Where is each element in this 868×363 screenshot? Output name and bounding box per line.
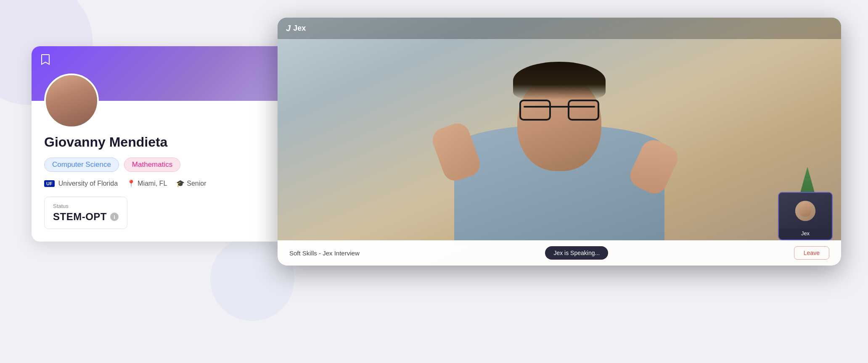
year-text: Senior xyxy=(187,180,206,187)
pip-inner xyxy=(779,193,832,229)
jex-logo-icon: J xyxy=(286,24,291,33)
location-info: 📍 Miami, FL xyxy=(127,179,167,187)
video-panel: J Jex Jex Soft Skills - Jex Interview Je… xyxy=(278,18,841,266)
card-header xyxy=(32,46,301,101)
profile-card: Giovanny Mendieta Computer Science Mathe… xyxy=(32,46,301,242)
university-info: UF University of Florida xyxy=(44,180,118,187)
pip-video: Jex xyxy=(778,192,833,240)
video-background xyxy=(278,18,841,266)
jex-app-name: Jex xyxy=(293,24,306,33)
video-footer: Soft Skills - Jex Interview Jex is Speak… xyxy=(278,240,841,266)
glasses-right xyxy=(568,100,599,121)
status-box: Status STEM-OPT i xyxy=(44,197,127,229)
person-hair xyxy=(513,62,606,100)
meta-row: UF University of Florida 📍 Miami, FL 🎓 S… xyxy=(44,179,288,187)
pip-avatar xyxy=(795,201,815,221)
jex-logo: J Jex xyxy=(286,24,306,33)
location-text: Miami, FL xyxy=(138,180,167,187)
leave-button[interactable]: Leave xyxy=(794,246,829,260)
session-title: Soft Skills - Jex Interview xyxy=(289,250,360,257)
person-name: Giovanny Mendieta xyxy=(44,134,288,150)
status-value: STEM-OPT xyxy=(53,211,107,223)
glasses-left xyxy=(519,100,551,121)
info-icon[interactable]: i xyxy=(110,213,119,221)
status-value-row: STEM-OPT i xyxy=(53,211,119,223)
avatar-wrapper xyxy=(44,74,99,128)
tag-mathematics: Mathematics xyxy=(124,158,180,172)
graduation-icon: 🎓 xyxy=(176,179,185,187)
speaking-badge: Jex is Speaking... xyxy=(545,246,608,260)
pip-name: Jex xyxy=(799,229,811,238)
university-name: University of Florida xyxy=(58,180,118,187)
status-label: Status xyxy=(53,203,119,209)
tag-computer-science: Computer Science xyxy=(44,158,119,172)
person-head xyxy=(517,74,601,171)
bookmark-icon[interactable] xyxy=(41,54,50,68)
tags-row: Computer Science Mathematics xyxy=(44,158,288,172)
year-info: 🎓 Senior xyxy=(176,179,206,187)
person-silhouette xyxy=(412,62,707,242)
uf-logo: UF xyxy=(44,180,55,187)
avatar xyxy=(44,74,99,128)
location-icon: 📍 xyxy=(127,179,135,187)
video-header: J Jex xyxy=(278,18,841,39)
